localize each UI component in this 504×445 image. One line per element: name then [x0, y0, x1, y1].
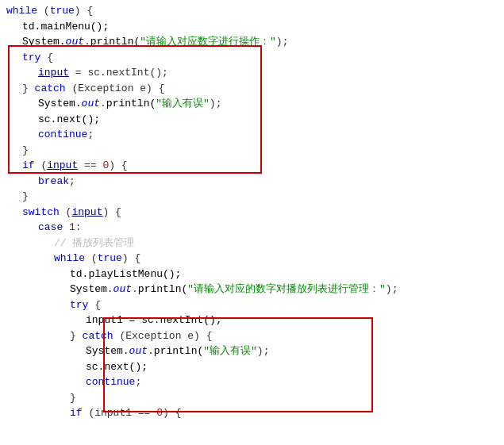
- token-kw: break: [38, 174, 69, 190]
- token-kw: while: [6, 3, 37, 19]
- code-line-18: System.out.println("请输入对应的数字对播放列表进行管理：")…: [0, 282, 504, 297]
- token-kw: if: [22, 158, 35, 174]
- token-punct: .: [100, 96, 106, 112]
- token-class-name: System.: [86, 343, 129, 359]
- code-line-11: break;: [0, 174, 504, 190]
- token-kw: true: [50, 3, 75, 19]
- token-punct: );: [386, 282, 398, 297]
- token-comment: // 播放列表管理: [54, 236, 134, 251]
- token-class-name: System.: [38, 96, 82, 112]
- code-line-0: while (true) {: [0, 3, 504, 19]
- token-punct: .: [148, 343, 154, 359]
- token-punct: (: [60, 205, 72, 221]
- token-method: println(: [138, 282, 187, 297]
- token-punct: }: [70, 390, 76, 406]
- token-punct: }: [22, 81, 35, 97]
- token-kw: true: [98, 251, 122, 267]
- token-string: "请输入对应的数字对播放列表进行管理：": [187, 282, 386, 297]
- token-punct: [63, 220, 69, 236]
- code-line-2: System.out.println("请输入对应数字进行操作：");: [0, 34, 504, 50]
- token-class-name: System.: [70, 282, 113, 297]
- code-line-10: if (input == 0) {: [0, 158, 504, 174]
- token-kw: while: [54, 251, 85, 267]
- token-kw: continue: [38, 127, 87, 143]
- token-string: "输入有误": [203, 343, 257, 359]
- token-punct: ;: [87, 127, 94, 143]
- code-line-23: sc.next();: [0, 359, 504, 375]
- code-line-21: } catch (Exception e) {: [0, 328, 504, 344]
- token-out: out: [66, 34, 84, 50]
- token-punct: {: [40, 50, 53, 66]
- token-punct: }: [70, 328, 83, 344]
- token-punct: = sc.nextInt();: [69, 65, 168, 81]
- code-line-7: sc.next();: [0, 112, 504, 128]
- code-line-4: input = sc.nextInt();: [0, 65, 504, 81]
- token-punct: :: [75, 220, 82, 236]
- token-method: td.playListMenu();: [70, 267, 181, 282]
- token-punct: ==: [78, 158, 102, 174]
- token-method: sc.next();: [86, 359, 148, 375]
- token-var: input: [47, 158, 78, 174]
- token-punct: );: [210, 96, 222, 112]
- token-punct: ) {: [109, 158, 127, 174]
- code-line-15: // 播放列表管理: [0, 236, 504, 251]
- token-var: input: [38, 65, 69, 81]
- code-container: while (true) {td.mainMenu();System.out.p…: [0, 0, 504, 445]
- token-number: 0: [102, 158, 109, 174]
- token-kw: continue: [86, 374, 135, 390]
- token-punct: ) {: [163, 405, 181, 421]
- token-punct: }: [22, 189, 29, 205]
- code-line-14: case 1:: [0, 220, 504, 236]
- code-line-24: continue;: [0, 374, 504, 390]
- token-punct: (: [85, 251, 98, 267]
- token-punct: }: [22, 143, 29, 159]
- token-number: 0: [156, 405, 163, 421]
- token-punct: {: [88, 297, 101, 313]
- token-punct: ) {: [122, 251, 140, 267]
- code-line-19: try {: [0, 297, 504, 313]
- token-kw: switch: [22, 205, 60, 221]
- token-var: input: [71, 205, 102, 221]
- code-line-22: System.out.println("输入有误");: [0, 343, 504, 359]
- token-punct: (input1 ==: [83, 405, 157, 421]
- token-class-name: System.: [22, 34, 66, 50]
- token-method: td.mainMenu();: [22, 19, 109, 35]
- token-string: "请输入对应数字进行操作：": [140, 34, 276, 50]
- code-line-12: }: [0, 189, 504, 205]
- code-line-26: if (input1 == 0) {: [0, 405, 504, 421]
- token-out: out: [113, 282, 132, 297]
- code-line-8: continue;: [0, 127, 504, 143]
- token-string: "输入有误": [156, 96, 210, 112]
- token-punct: ;: [135, 374, 141, 390]
- code-line-1: td.mainMenu();: [0, 19, 504, 35]
- token-out: out: [82, 96, 100, 112]
- token-kw: catch: [83, 328, 113, 344]
- token-method: sc.next();: [38, 112, 100, 128]
- token-number: 1: [69, 220, 75, 236]
- code-line-5: } catch (Exception e) {: [0, 81, 504, 97]
- code-line-16: while (true) {: [0, 251, 504, 267]
- code-line-3: try {: [0, 50, 504, 66]
- token-method: println(: [90, 34, 140, 50]
- token-punct: (: [37, 3, 50, 19]
- token-punct: .: [132, 282, 138, 297]
- code-line-13: switch (input) {: [0, 205, 504, 221]
- token-kw: if: [70, 405, 83, 421]
- token-punct: (Exception e) {: [66, 81, 165, 97]
- token-punct: (: [35, 158, 48, 174]
- token-kw: try: [70, 297, 88, 313]
- token-punct: ;: [69, 174, 75, 190]
- token-kw: try: [22, 50, 40, 66]
- token-punct: );: [276, 34, 289, 50]
- code-line-17: td.playListMenu();: [0, 267, 504, 282]
- token-punct: (Exception e) {: [113, 328, 213, 344]
- token-out: out: [129, 343, 148, 359]
- code-line-20: input1 = sc.nextInt();: [0, 313, 504, 328]
- token-kw: catch: [35, 81, 66, 97]
- token-punct: .: [84, 34, 90, 50]
- token-method: println(: [106, 96, 156, 112]
- code-line-9: }: [0, 143, 504, 159]
- code-line-25: }: [0, 390, 504, 406]
- token-kw: case: [38, 220, 63, 236]
- code-lines: while (true) {td.mainMenu();System.out.p…: [0, 3, 504, 421]
